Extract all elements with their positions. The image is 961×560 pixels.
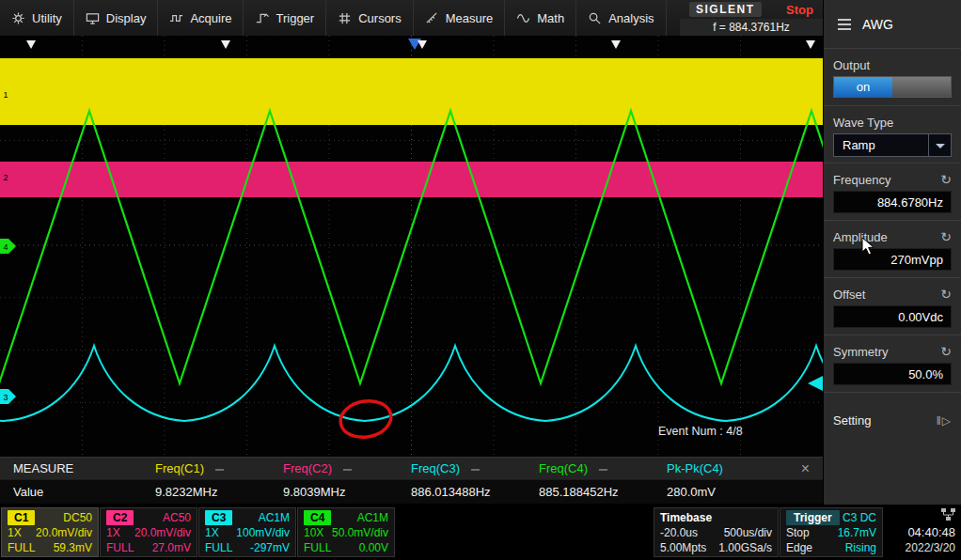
analysis-icon [588,11,602,25]
output-on-state[interactable]: on [834,77,892,97]
menu-icon[interactable] [838,16,851,33]
timebase-panel[interactable]: Timebase -20.0us500us/div 5.00Mpts1.00GS… [654,507,779,557]
channel-bandwidth: FULL [106,540,134,555]
trigger-position-marker[interactable] [408,39,421,50]
oscilloscope-ui: Utility Display Acquire Trigger Cursors … [0,0,961,560]
trigger-slope: Rising [845,540,876,555]
channel-marker-label: 3 [4,393,8,402]
measure-panel: MEASURE Freq(C1) Freq(C2) Freq(C3) Freq(… [0,457,823,504]
chevron-down-icon [928,134,951,156]
symmetry-section: Symmetry↻ 50.0% [824,335,961,393]
measure-item-label: Freq(C3) [411,461,460,475]
menu-item-label: Analysis [608,11,654,25]
channel-atten: 10X [304,525,323,540]
c1-trace [0,58,823,125]
trigger-mode: Stop [786,525,810,540]
channel-info-c4[interactable]: C4AC1M 10X50.0mV/div FULL0.00V [297,507,395,557]
channel-info-c2[interactable]: C2AC50 1X20.0mV/div FULL27.0mV [100,507,197,557]
wave-type-select[interactable]: Ramp [833,133,952,157]
channel-marker-label: 4 [4,242,8,252]
waveform-svg: 1243 [0,36,823,455]
cursors-icon [338,11,352,25]
refresh-icon[interactable]: ↻ [940,172,952,187]
channel-offset: -297mV [250,540,290,555]
channel-info-c1[interactable]: C1DC50 1X20.0mV/div FULL59.3mV [1,507,99,557]
menu-item-acquire[interactable]: Acquire [158,0,244,36]
channel-bandwidth: FULL [8,540,35,555]
timebase-samplerate: 1.00GSa/s [718,540,772,555]
menu-item-display[interactable]: Display [74,0,159,36]
menu-item-label: Display [106,11,147,25]
trigger-title: Trigger [786,510,840,525]
amplitude-value: 270mVpp [890,253,943,267]
refresh-icon[interactable]: ↻ [940,344,952,359]
channel-badge: C2 [106,510,134,525]
network-icon [941,508,955,521]
measure-item-label: Freq(C1) [155,461,204,475]
channel-coupling: DC50 [63,510,92,525]
menu-item-utility[interactable]: Utility [0,0,74,36]
measure-handle-icon [471,469,480,471]
refresh-icon[interactable]: ↻ [940,287,952,302]
output-toggle[interactable]: on [833,76,952,98]
run-state-indicator[interactable]: Stop [786,3,813,17]
c2-trace [0,162,823,197]
frequency-value: 884.6780Hz [877,195,943,210]
symmetry-label: Symmetry [833,345,889,359]
menu-item-trigger[interactable]: Trigger [244,0,326,36]
measure-item-value: 280.0mV [641,485,769,499]
channel-scale: 20.0mV/div [134,525,191,540]
gear-icon [11,11,25,25]
menu-bar: Utility Display Acquire Trigger Cursors … [0,0,823,36]
annotation-circle [338,397,394,442]
date-label: 2022/3/20 [906,540,955,555]
channel-info-c3[interactable]: C3AC1M 1X100mV/div FULL-297mV [198,507,296,557]
refresh-icon[interactable]: ↻ [940,229,952,244]
frequency-input[interactable]: 884.6780Hz [833,191,952,213]
measure-title: MEASURE [0,461,130,475]
channel-coupling: AC50 [163,510,191,525]
amplitude-input[interactable]: 270mVpp [833,248,952,271]
amplitude-label: Amplitude [833,230,888,244]
measure-close-button[interactable]: × [801,461,810,476]
trigger-source: C3 DC [843,510,876,525]
menu-item-label: Measure [446,11,494,25]
math-icon [516,11,530,25]
timebase-memdepth: 5.00Mpts [660,540,706,555]
waveform-display: 1243 Event Num : 4/8 [0,36,823,455]
timebase-title: Timebase [660,510,712,525]
menu-item-measure[interactable]: Measure [414,0,506,36]
menu-item-analysis[interactable]: Analysis [576,0,666,36]
channel-scale: 20.0mV/div [36,525,92,540]
wave-type-value: Ramp [843,138,875,152]
output-off-state[interactable] [892,77,951,97]
output-label: Output [833,58,870,72]
measure-item-value: 885.188452Hz [513,485,641,499]
offset-section: Offset↻ 0.00Vdc [824,278,961,335]
menu-item-math[interactable]: Math [505,0,576,36]
measure-item-label: Freq(C2) [283,461,332,475]
event-marker [221,40,230,49]
channel-bandwidth: FULL [304,540,331,555]
channel-coupling: AC1M [259,510,290,525]
event-marker [806,40,815,49]
trigger-panel[interactable]: TriggerC3 DC Stop16.7mV EdgeRising [780,507,883,557]
channel-offset: 59.3mV [54,540,92,555]
channel-offset: 27.0mV [152,540,191,555]
trigger-level-marker[interactable] [808,376,823,391]
measure-item-value: 9.8039MHz [258,485,386,499]
channel-atten: 1X [106,525,120,540]
menu-item-cursors[interactable]: Cursors [326,0,414,36]
siglent-logo: SIGLENT [689,2,762,17]
display-icon [86,11,100,25]
measure-row-label: Value [0,485,130,499]
trigger-level: 16.7mV [838,525,876,540]
status-bar: C1DC50 1X20.0mV/div FULL59.3mV C2AC50 1X… [0,505,961,560]
symmetry-input[interactable]: 50.0% [833,363,952,385]
setting-row[interactable]: Setting ‖▷ [824,393,961,428]
offset-input[interactable]: 0.00Vdc [833,305,952,328]
awg-title: AWG [862,17,893,32]
menu-item-label: Math [537,11,564,25]
channel-offset: 0.00V [359,540,388,555]
measure-handle-icon [215,469,224,471]
